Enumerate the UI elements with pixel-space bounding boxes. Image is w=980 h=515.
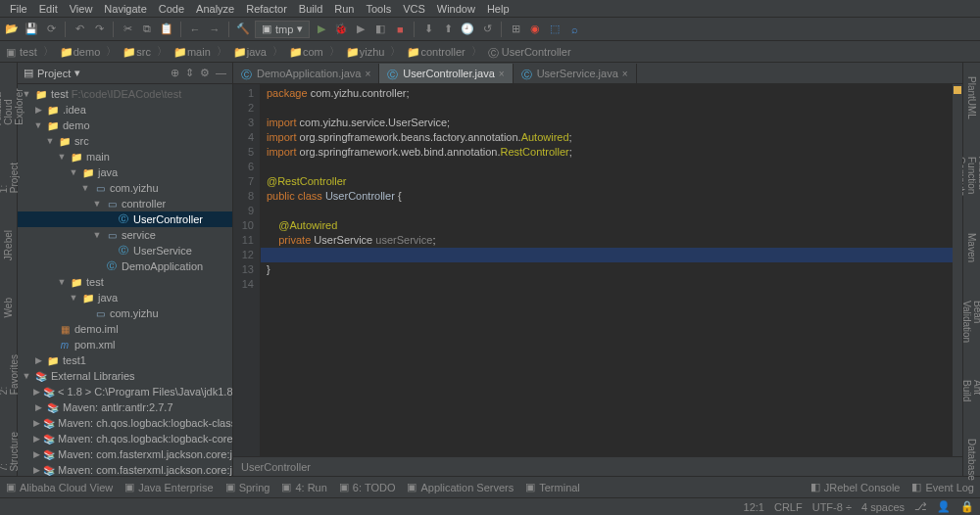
toolwindow-tab[interactable]: 2: Favorites	[0, 351, 20, 398]
menu-build[interactable]: Build	[293, 3, 328, 15]
copy-icon[interactable]: ⧉	[139, 22, 155, 37]
search-icon[interactable]: ⌕	[566, 22, 582, 37]
tree-item[interactable]: ⒸDemoApplication	[18, 258, 232, 274]
bottom-tab[interactable]: ◧Event Log	[911, 481, 974, 493]
lock-icon[interactable]: 🔒	[960, 500, 974, 513]
encoding[interactable]: UTF-8 ÷	[812, 501, 852, 513]
toolwindow-tab[interactable]: Ant Build	[961, 376, 981, 405]
menu-file[interactable]: File	[4, 3, 33, 15]
tree-item[interactable]: ⒸUserService	[18, 243, 232, 258]
bottom-tab[interactable]: ▣Spring	[225, 481, 270, 493]
tree-item[interactable]: ▶📚Maven: com.fasterxml.jackson.core:jack…	[18, 462, 232, 476]
tree-item[interactable]: ▼📁main	[18, 149, 232, 164]
bottom-tab[interactable]: ◧JRebel Console	[810, 481, 901, 493]
tree-arrow-icon[interactable]: ▼	[92, 199, 102, 209]
hide-icon[interactable]: —	[216, 67, 226, 79]
tree-item[interactable]: ▭com.yizhu	[18, 305, 232, 321]
gear-icon[interactable]: ⚙	[200, 67, 210, 79]
warning-marker[interactable]	[954, 86, 961, 94]
menu-edit[interactable]: Edit	[33, 3, 64, 15]
bottom-tab[interactable]: ▣6: TODO	[339, 481, 396, 493]
bottom-tab[interactable]: ▣Alibaba Cloud View	[6, 481, 113, 493]
tree-item[interactable]: ▶📚Maven: antlr:antlr:2.7.7	[18, 399, 232, 415]
breadcrumb-item[interactable]: 📁controller	[407, 46, 465, 58]
back-icon[interactable]: ←	[187, 22, 203, 37]
chevron-down-icon[interactable]: ▾	[74, 67, 80, 79]
scroll-from-source-icon[interactable]: ⊕	[171, 67, 179, 79]
tree-item[interactable]: ▼▭service	[18, 227, 232, 243]
run-config-select[interactable]: ▣ tmp ▾	[255, 21, 310, 38]
caret-position[interactable]: 12:1	[744, 501, 764, 513]
vcs-update-icon[interactable]: ⬇	[420, 22, 436, 37]
breadcrumb-item[interactable]: 📁src	[122, 46, 151, 58]
coverage-icon[interactable]: ▶	[353, 22, 368, 37]
debug-icon[interactable]: 🐞	[333, 22, 349, 37]
menu-window[interactable]: Window	[431, 3, 481, 15]
tree-arrow-icon[interactable]: ▶	[33, 434, 40, 444]
save-icon[interactable]: 💾	[24, 22, 39, 37]
toolwindow-tab[interactable]: Database	[966, 435, 977, 485]
tree-arrow-icon[interactable]: ▶	[33, 449, 40, 459]
menu-tools[interactable]: Tools	[360, 3, 397, 15]
tree-item[interactable]: ▼▭com.yizhu	[18, 180, 232, 196]
tree-item[interactable]: ⒸUserController	[18, 211, 232, 227]
toolwindow-tab[interactable]: PlantUML	[966, 72, 977, 123]
toolwindow-tab[interactable]: JRebel	[3, 226, 14, 264]
line-separator[interactable]: CRLF	[774, 501, 803, 513]
tree-item[interactable]: ▼▭controller	[18, 196, 232, 211]
close-icon[interactable]: ×	[499, 69, 505, 79]
profile-icon[interactable]: ◧	[372, 22, 388, 37]
redo-icon[interactable]: ↷	[91, 22, 107, 37]
toolwindow-tab[interactable]: Bean Validation	[961, 297, 981, 347]
tree-item[interactable]: ▶📁test1	[18, 352, 232, 368]
line-gutter[interactable]: 1234567891011121314	[233, 84, 261, 456]
undo-icon[interactable]: ↶	[72, 22, 87, 37]
open-icon[interactable]: 📂	[4, 22, 20, 37]
bottom-tab[interactable]: ▣Application Servers	[407, 481, 514, 493]
tree-arrow-icon[interactable]: ▶	[33, 105, 43, 115]
stop-icon[interactable]: ■	[392, 22, 408, 37]
breadcrumb-item[interactable]: ▣test	[6, 46, 37, 58]
git-branch-icon[interactable]: ⎇	[914, 500, 927, 513]
menu-code[interactable]: Code	[153, 3, 190, 15]
tree-arrow-icon[interactable]: ▶	[33, 465, 40, 475]
toolwindow-tab[interactable]: Alibaba Cloud Explorer	[0, 67, 24, 129]
breadcrumb-item[interactable]: 📁com	[289, 46, 323, 58]
tree-item[interactable]: ▶📚Maven: ch.qos.logback:logback-core:1.2…	[18, 431, 232, 446]
cut-icon[interactable]: ✂	[120, 22, 135, 37]
tree-item[interactable]: ▼📚External Libraries	[18, 368, 232, 384]
tree-arrow-icon[interactable]: ▼	[69, 167, 78, 177]
tree-item[interactable]: mpom.xml	[18, 337, 232, 352]
tree-arrow-icon[interactable]: ▼	[45, 136, 55, 146]
sync-icon[interactable]: ⟳	[43, 22, 59, 37]
tree-item[interactable]: ▶📚< 1.8 > C:\Program Files\Java\jdk1.8.0…	[18, 384, 232, 399]
menu-refactor[interactable]: Refactor	[240, 3, 293, 15]
inspect-icon[interactable]: 👤	[937, 500, 951, 513]
breadcrumb-item[interactable]: 📁main	[173, 46, 211, 58]
tree-arrow-icon[interactable]: ▼	[57, 277, 67, 287]
menu-view[interactable]: View	[64, 3, 99, 15]
tree-arrow-icon[interactable]: ▼	[92, 230, 102, 240]
code-editor[interactable]: package com.yizhu.controller; import com…	[261, 84, 953, 456]
menu-analyze[interactable]: Analyze	[190, 3, 240, 15]
tree-item[interactable]: ▼📁demo	[18, 117, 232, 133]
toolwindow-tab[interactable]: 1: Project	[0, 159, 20, 197]
tree-item[interactable]: ▶📚Maven: com.fasterxml.jackson.core:jack…	[18, 446, 232, 462]
vcs-revert-icon[interactable]: ↺	[479, 22, 495, 37]
tree-arrow-icon[interactable]: ▼	[33, 120, 43, 130]
editor-tab[interactable]: ⒸUserController.java×	[379, 64, 513, 83]
marker-bar[interactable]	[953, 84, 962, 456]
menu-vcs[interactable]: VCS	[397, 3, 431, 15]
toolwindow-tab[interactable]: 7: Structure	[0, 428, 20, 476]
editor-tab[interactable]: ⒸDemoApplication.java×	[233, 64, 379, 83]
bottom-tab[interactable]: ▣Terminal	[525, 481, 580, 493]
run-icon[interactable]: ▶	[314, 22, 329, 37]
editor-tab[interactable]: ⒸUserService.java×	[514, 64, 637, 83]
bottom-tab[interactable]: ▣4: Run	[281, 481, 326, 493]
tree-arrow-icon[interactable]: ▼	[57, 152, 67, 162]
vcs-history-icon[interactable]: 🕘	[460, 22, 475, 37]
editor-crumb[interactable]: UserController	[241, 461, 311, 473]
close-icon[interactable]: ×	[622, 69, 628, 79]
bottom-tab[interactable]: ▣Java Enterprise	[124, 481, 213, 493]
tree-arrow-icon[interactable]: ▼	[80, 183, 90, 193]
